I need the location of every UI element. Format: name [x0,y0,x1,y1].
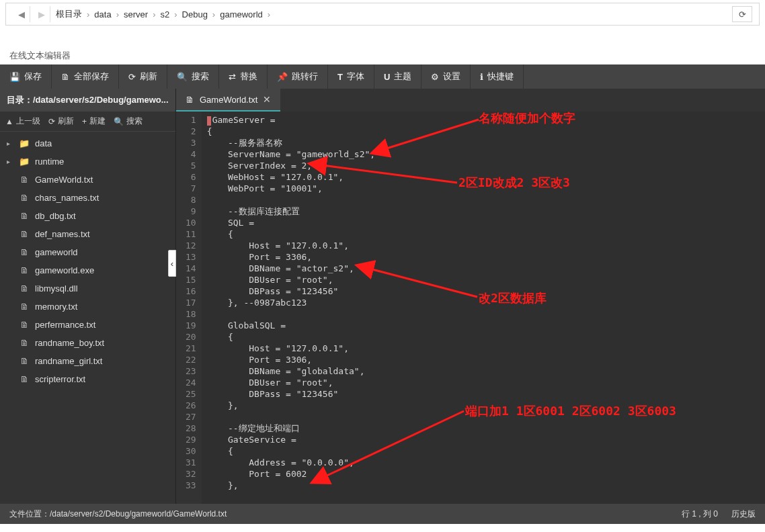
file-item[interactable]: 🗎def_names.txt [0,225,175,243]
refresh-icon: ⟳ [48,117,55,126]
code-line[interactable]: Host = "127.0.0.1", [207,240,765,251]
search-icon: 🔍 [177,72,188,82]
breadcrumb-refresh-button[interactable]: ⟳ [732,6,752,22]
item-label: db_dbg.txt [35,211,76,221]
file-icon: 🗎 [19,265,30,275]
item-label: gameworld [35,247,78,257]
code-line[interactable]: DBPass = "123456" [207,285,765,297]
file-item[interactable]: 🗎gameworld.exe [0,261,175,279]
code-line[interactable] [207,411,765,423]
item-label: memory.txt [35,302,77,312]
breadcrumb-item[interactable]: 根目录 [53,8,85,20]
nav-back-button[interactable]: ◀ [13,6,30,22]
code-line[interactable]: }, [207,480,765,491]
settings-button[interactable]: ⚙设置 [421,64,471,89]
code-line[interactable]: --数据库连接配置 [207,206,765,217]
code-line[interactable]: { [207,331,765,343]
file-item[interactable]: 🗎GameWorld.txt [0,171,175,189]
item-label: gameworld.exe [35,265,94,275]
item-label: randname_boy.txt [35,338,104,348]
file-item[interactable]: 🗎chars_names.txt [0,189,175,207]
code-line[interactable]: Host = "127.0.0.1", [207,343,765,354]
code-line[interactable]: Port = 3306, [207,251,765,263]
code-line[interactable] [207,308,765,320]
code-line[interactable]: { [207,126,765,137]
save-button[interactable]: 💾保存 [0,64,52,89]
folder-item[interactable]: ▸📁data [0,134,175,152]
chevron-right-icon: ▸ [7,158,13,165]
sidebar: 目录：/data/server/s2/Debug/gamewo... ▲上一级 … [0,89,176,504]
code-line[interactable]: ServerIndex = 2, [207,160,765,171]
plus-icon: + [82,117,87,126]
code-line[interactable]: GlobalSQL = [207,320,765,331]
replace-icon: ⇄ [229,72,236,82]
search-button[interactable]: 🔍搜索 [167,64,219,89]
code-line[interactable]: }, [207,400,765,411]
code-line[interactable]: WebPort = "10001", [207,183,765,194]
code-line[interactable]: Address = "0.0.0.0", [207,457,765,468]
font-button[interactable]: T字体 [328,64,374,89]
code-line[interactable]: }, --0987abc123 [207,297,765,308]
code-line[interactable]: DBUser = "root", [207,274,765,285]
code-line[interactable]: DBName = "actor_s2", [207,263,765,274]
item-label: runtime [35,157,64,167]
code-line[interactable]: { [207,445,765,457]
refresh-button[interactable]: ⟳刷新 [119,64,167,89]
code-editor[interactable]: 1234567891011121314151617181920212223242… [176,112,765,504]
close-icon[interactable]: ✕ [263,94,271,105]
sidebar-new-button[interactable]: +新建 [82,116,106,127]
file-item[interactable]: 🗎gameworld [0,243,175,261]
file-item[interactable]: 🗎perfermance.txt [0,316,175,334]
save-all-button[interactable]: 🗎全部保存 [52,64,119,89]
code-line[interactable]: { [207,228,765,240]
code-line[interactable]: Port = 3306, [207,354,765,365]
file-item[interactable]: 🗎randname_girl.txt [0,352,175,370]
font-icon: T [337,72,343,82]
file-icon: 🗎 [19,338,30,348]
sidebar-search-button[interactable]: 🔍搜索 [114,116,143,127]
folder-icon: 📁 [19,138,30,148]
shortcut-button[interactable]: ℹ快捷键 [471,64,524,89]
code-line[interactable]: --绑定地址和端口 [207,423,765,434]
code-line[interactable] [207,194,765,206]
file-item[interactable]: 🗎libmysql.dll [0,279,175,298]
statusbar-path: /data/server/s2/Debug/gameworld/GameWorl… [50,509,227,519]
refresh-icon: ⟳ [128,72,136,82]
file-item[interactable]: 🗎randname_boy.txt [0,334,175,352]
code-line[interactable]: GateService = [207,434,765,445]
breadcrumb-item[interactable]: s2 [157,9,172,19]
code-line[interactable]: GameServer = [207,114,765,126]
code-content[interactable]: GameServer ={ --服务器名称 ServerName = "game… [202,112,765,504]
goto-button[interactable]: 📌跳转行 [268,64,328,89]
code-line[interactable]: ServerName = "gameworld_s2", [207,148,765,160]
statusbar-history[interactable]: 历史版 [731,508,756,520]
file-item[interactable]: 🗎scripterror.txt [0,370,175,388]
code-line[interactable]: WebHost = "127.0.0.1", [207,171,765,183]
file-item[interactable]: 🗎memory.txt [0,298,175,316]
code-line[interactable]: --服务器名称 [207,137,765,148]
file-item[interactable]: 🗎db_dbg.txt [0,207,175,225]
folder-item[interactable]: ▸📁runtime [0,152,175,171]
code-line[interactable]: Port = 6002 [207,468,765,480]
chevron-right-icon: › [85,9,91,19]
breadcrumb-item[interactable]: server [121,9,151,19]
tab-gameworld[interactable]: 🗎 GameWorld.txt ✕ [176,89,280,112]
file-icon: 🗎 [19,356,30,366]
code-line[interactable]: SQL = [207,217,765,228]
code-line[interactable]: DBPass = "123456" [207,388,765,400]
breadcrumb-item[interactable]: data [91,9,114,19]
breadcrumb-item[interactable]: gameworld [217,9,266,19]
sidebar-refresh-button[interactable]: ⟳刷新 [48,116,74,127]
item-label: data [35,138,52,148]
code-line[interactable]: DBUser = "root", [207,377,765,388]
chevron-right-icon: › [114,9,121,19]
code-line[interactable]: DBName = "globaldata", [207,365,765,377]
sidebar-collapse-handle[interactable]: ‹ [168,250,176,277]
item-label: chars_names.txt [35,193,99,203]
breadcrumb-item[interactable]: Debug [179,9,210,19]
theme-button[interactable]: U主题 [374,64,421,89]
sidebar-up-button[interactable]: ▲上一级 [5,116,40,127]
replace-button[interactable]: ⇄替换 [219,64,268,89]
file-icon: 🗎 [19,175,30,185]
nav-fwd-button[interactable]: ▶ [33,6,50,22]
